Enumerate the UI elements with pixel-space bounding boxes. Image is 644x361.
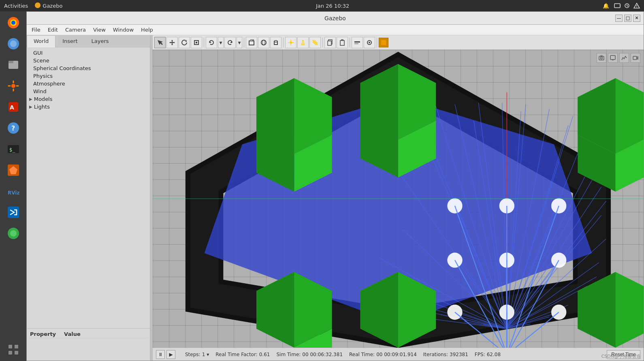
menu-file[interactable]: File: [28, 26, 44, 34]
menu-view[interactable]: View: [90, 26, 109, 34]
viewport-icons: [597, 53, 640, 63]
tab-layers[interactable]: Layers: [85, 35, 116, 47]
svg-point-9: [11, 21, 15, 25]
iterations-label: Iterations:: [423, 352, 448, 357]
menu-edit[interactable]: Edit: [45, 26, 61, 34]
sidebar: A ? $_ Gazebo RViz: [0, 11, 26, 361]
system-bar: Activities Gazebo Jan 26 10:32 🔔: [0, 0, 644, 11]
close-btn[interactable]: ✕: [633, 15, 640, 22]
play-controls: ⏸ ▶: [156, 350, 175, 359]
sidebar-icon-gazebo[interactable]: Gazebo: [4, 160, 23, 180]
svg-point-14: [11, 84, 15, 88]
tree-item-models-label: Models: [34, 96, 53, 102]
tree-item-models[interactable]: ▶ Models: [27, 95, 150, 103]
tool-redo-dropdown[interactable]: ▾: [237, 37, 242, 48]
system-tray: 🔔: [603, 2, 640, 9]
sidebar-icon-files[interactable]: [4, 55, 23, 75]
tool-sphere[interactable]: [258, 37, 269, 48]
tool-rotate[interactable]: [179, 37, 190, 48]
tree-item-gui[interactable]: GUI: [27, 49, 150, 57]
sidebar-icon-vscode[interactable]: [4, 203, 23, 222]
vp-icon-display[interactable]: [608, 53, 618, 63]
tool-align2[interactable]: [364, 37, 375, 48]
vp-icon-video[interactable]: [631, 53, 640, 63]
tool-cylinder[interactable]: [270, 37, 281, 48]
models-arrow: ▶: [29, 97, 32, 101]
sep4: [322, 38, 323, 47]
svg-marker-158: [637, 57, 638, 59]
tool-point-light[interactable]: [285, 37, 296, 48]
tree-item-physics[interactable]: Physics: [27, 72, 150, 80]
gazebo-window: Gazebo — □ ✕ File Edit Camera View Windo…: [26, 11, 644, 361]
sidebar-icon-browser[interactable]: [4, 34, 23, 53]
svg-point-46: [274, 41, 277, 42]
app-indicator: [34, 2, 41, 10]
tool-box[interactable]: [246, 37, 257, 48]
tool-dir-light[interactable]: [309, 37, 321, 48]
svg-rect-155: [610, 56, 615, 60]
tool-paste[interactable]: [337, 37, 348, 48]
tab-world[interactable]: World: [27, 35, 55, 47]
fps-value: 62.08: [487, 352, 501, 357]
svg-point-6: [636, 7, 637, 8]
menu-window[interactable]: Window: [110, 26, 137, 34]
minimize-btn[interactable]: —: [615, 15, 623, 22]
tool-translate[interactable]: [166, 37, 178, 48]
svg-point-154: [601, 57, 603, 59]
tree-item-wind[interactable]: Wind: [27, 88, 150, 95]
svg-marker-36: [174, 42, 175, 43]
menu-camera[interactable]: Camera: [62, 26, 89, 34]
tree-item-lights-label: Lights: [34, 104, 50, 110]
real-time-item: Real Time: 00 00:09:01.914: [349, 352, 417, 357]
sim-time-value: 00 00:06:32.381: [302, 352, 343, 357]
tool-selected-obj[interactable]: [379, 38, 388, 47]
sidebar-icon-app2[interactable]: [4, 224, 23, 243]
left-panel: World Insert Layers GUI Scene Spherical …: [27, 35, 150, 361]
real-time-label: Real Time:: [349, 352, 375, 357]
content-area: World Insert Layers GUI Scene Spherical …: [27, 35, 644, 361]
tree-item-spherical[interactable]: Spherical Coordinates: [27, 64, 150, 72]
window-title: Gazebo: [324, 15, 346, 21]
watermark-text: CSDN@小海聊智造: [601, 354, 641, 359]
sidebar-icon-terminal[interactable]: $_: [4, 139, 23, 159]
svg-text:A: A: [10, 104, 14, 111]
pause-btn[interactable]: ⏸: [156, 350, 165, 359]
step-btn[interactable]: ▶: [166, 350, 175, 359]
svg-point-43: [261, 40, 266, 45]
sidebar-icon-rviz[interactable]: RViz: [4, 182, 23, 201]
sidebar-icon-grid[interactable]: [4, 340, 23, 359]
vp-icon-chart[interactable]: [619, 53, 629, 63]
tool-redo[interactable]: [224, 37, 236, 48]
steps-dropdown[interactable]: ▾: [207, 352, 209, 357]
sep6: [377, 38, 377, 47]
activities-label[interactable]: Activities: [4, 3, 28, 9]
sidebar-icon-firefox[interactable]: [4, 13, 23, 32]
svg-point-26: [10, 230, 17, 237]
tree-item-atmosphere[interactable]: Atmosphere: [27, 80, 150, 88]
sidebar-icon-help[interactable]: ?: [4, 118, 23, 138]
maximize-btn[interactable]: □: [624, 15, 631, 22]
sim-time-item: Sim Time: 00 00:06:32.381: [276, 352, 343, 357]
tool-scale[interactable]: [191, 37, 202, 48]
property-col2: Value: [64, 331, 81, 337]
sidebar-icon-settings[interactable]: [4, 76, 23, 96]
sidebar-icon-appstore[interactable]: A: [4, 97, 23, 117]
tool-spot-light[interactable]: [297, 37, 309, 48]
tree-item-scene[interactable]: Scene: [27, 57, 150, 64]
svg-rect-29: [9, 351, 12, 355]
datetime-label: Jan 26 10:32: [62, 3, 603, 9]
watermark: CSDN@小海聊智造: [601, 353, 641, 359]
tool-align1[interactable]: [352, 37, 363, 48]
tab-insert[interactable]: Insert: [55, 35, 84, 47]
tool-copy[interactable]: [324, 37, 336, 48]
title-bar: Gazebo — □ ✕: [27, 12, 644, 25]
vp-icon-camera[interactable]: [597, 53, 606, 63]
menu-help[interactable]: Help: [138, 26, 156, 34]
iterations-value: 392381: [450, 352, 468, 357]
tool-undo[interactable]: [206, 37, 217, 48]
tree-item-lights[interactable]: ▶ Lights: [27, 103, 150, 111]
tool-select[interactable]: [154, 37, 166, 48]
scene-svg: [153, 50, 644, 348]
tool-undo-dropdown[interactable]: ▾: [218, 37, 224, 48]
scene-3d[interactable]: [153, 50, 644, 348]
